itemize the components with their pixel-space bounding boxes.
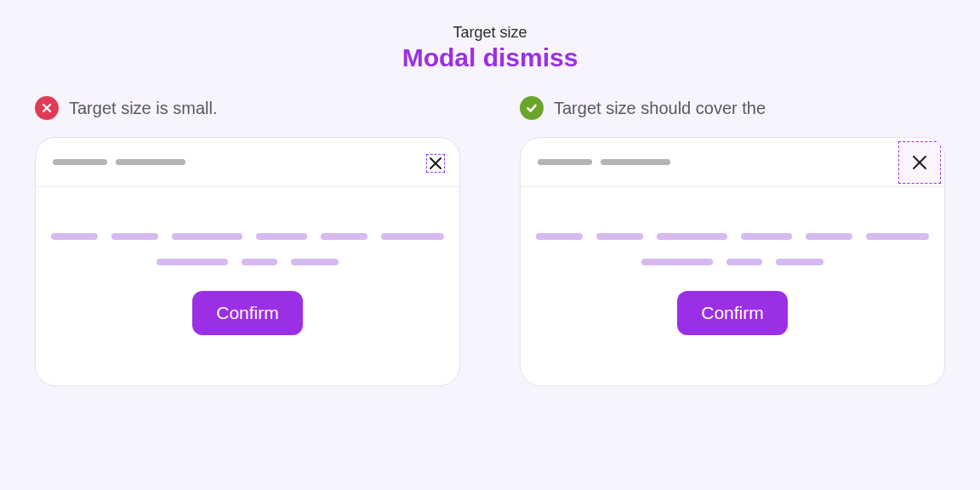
page-header: Target size Modal dismiss (34, 24, 946, 72)
placeholder-line (538, 159, 592, 165)
placeholder-line (242, 259, 277, 265)
caption-good: Target size should cover the (520, 96, 945, 120)
placeholder-text-row (536, 233, 929, 240)
placeholder-text-row (536, 259, 929, 265)
placeholder-line (291, 259, 339, 265)
placeholder-line (157, 259, 228, 265)
modal-body-bad: Confirm (36, 187, 459, 335)
examples-row: Target size is small. (34, 96, 946, 386)
modal-bad: Confirm (35, 137, 460, 386)
x-circle-icon (35, 96, 59, 120)
caption-bad-text: Target size is small. (69, 99, 218, 118)
placeholder-line (741, 233, 793, 240)
caption-good-text: Target size should cover the (554, 99, 766, 118)
placeholder-line (321, 233, 368, 240)
placeholder-line (601, 159, 670, 165)
placeholder-line (866, 233, 929, 240)
caption-bad: Target size is small. (35, 96, 460, 120)
example-good: Target size should cover the (520, 96, 945, 386)
placeholder-line (806, 233, 852, 240)
placeholder-line (172, 233, 242, 240)
placeholder-line (596, 233, 643, 240)
placeholder-line (641, 259, 713, 265)
placeholder-line (256, 233, 308, 240)
modal-header-bad (36, 138, 459, 187)
page-title: Modal dismiss (34, 43, 946, 72)
close-target-outline-small (426, 154, 445, 173)
close-icon[interactable] (910, 153, 929, 172)
confirm-button[interactable]: Confirm (677, 291, 788, 335)
placeholder-line (381, 233, 444, 240)
placeholder-text-row (51, 233, 444, 240)
placeholder-line (116, 159, 185, 165)
placeholder-line (53, 159, 107, 165)
placeholder-text-row (51, 259, 444, 265)
check-circle-icon (520, 96, 544, 120)
placeholder-line (776, 259, 823, 265)
modal-header-good (521, 138, 944, 187)
close-icon[interactable] (428, 156, 443, 171)
modal-body-good: Confirm (521, 187, 944, 335)
placeholder-line (111, 233, 158, 240)
kicker-text: Target size (34, 24, 946, 42)
placeholder-line (726, 259, 762, 265)
modal-good: Confirm (520, 137, 945, 386)
example-bad: Target size is small. (35, 96, 460, 386)
close-target-outline-large (898, 141, 941, 184)
placeholder-line (657, 233, 727, 240)
placeholder-line (536, 233, 583, 240)
confirm-button[interactable]: Confirm (192, 291, 303, 335)
placeholder-line (51, 233, 98, 240)
